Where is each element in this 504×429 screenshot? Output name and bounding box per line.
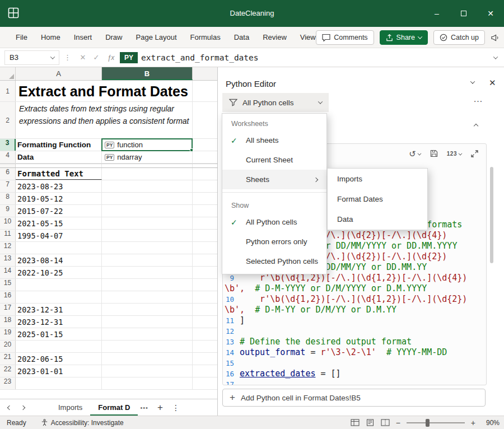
row-number[interactable]: 8: [0, 193, 16, 204]
ribbon-tab-home[interactable]: Home: [34, 27, 67, 48]
close-button[interactable]: ✕: [477, 0, 504, 27]
row-number[interactable]: 17: [0, 304, 16, 315]
row-number[interactable]: 15: [0, 279, 16, 291]
undo-button[interactable]: ↺: [409, 150, 421, 158]
code-row[interactable]: \b', # D-M-YYYY or D/M/YYYY or D.M.YYYY: [223, 283, 486, 294]
python-cells-filter-button[interactable]: All Python cells: [222, 93, 329, 112]
row-number[interactable]: 14: [0, 267, 16, 278]
cell-a6-header[interactable]: Formatted Text: [16, 168, 102, 180]
cell[interactable]: [102, 205, 193, 217]
cell[interactable]: [102, 328, 193, 340]
cell-b6[interactable]: [102, 168, 193, 180]
menu-item-sheets[interactable]: Sheets: [222, 170, 326, 189]
cell-value[interactable]: 2021-05-15: [16, 217, 102, 229]
row-number[interactable]: 23: [0, 377, 16, 389]
cell-value[interactable]: 2022-10-25: [16, 267, 102, 278]
cell[interactable]: [102, 217, 193, 229]
sheet-tab-format-dates[interactable]: Format D: [90, 399, 138, 416]
sheet-tab-imports[interactable]: Imports: [50, 399, 90, 416]
normal-view-icon[interactable]: [351, 419, 360, 426]
cell-c4[interactable]: [193, 151, 217, 163]
formula-input[interactable]: extract_and_format_dates: [141, 53, 259, 62]
cell[interactable]: [193, 230, 217, 241]
row-number[interactable]: 1: [0, 81, 16, 101]
panel-close-icon[interactable]: ✕: [489, 78, 496, 88]
cell[interactable]: [193, 377, 217, 389]
column-header-a[interactable]: A: [16, 67, 102, 80]
cell-b4[interactable]: PY ndarray: [102, 151, 193, 163]
row-number[interactable]: 18: [0, 316, 16, 328]
ribbon-tab-draw[interactable]: Draw: [99, 27, 129, 48]
sheet-options-icon[interactable]: ⋮: [172, 399, 180, 416]
code-row[interactable]: \b', # D-M-YY or D/M/YY or D.M.YY: [223, 305, 486, 315]
cell[interactable]: [102, 341, 193, 352]
cell-value[interactable]: [16, 291, 102, 303]
cell-value[interactable]: 2015-07-22: [16, 205, 102, 217]
select-all-corner[interactable]: [0, 67, 16, 80]
row-number[interactable]: 22: [0, 365, 16, 377]
cell[interactable]: [102, 291, 193, 303]
cell[interactable]: [193, 304, 217, 315]
zoom-in-button[interactable]: +: [471, 418, 475, 427]
cell-c6[interactable]: [193, 168, 217, 180]
code-row[interactable]: 12: [223, 326, 486, 337]
catch-up-button[interactable]: Catch up: [433, 30, 485, 45]
cell-c3[interactable]: [193, 139, 217, 151]
cell[interactable]: [193, 328, 217, 340]
row-number[interactable]: 7: [0, 180, 16, 192]
row-number[interactable]: 16: [0, 291, 16, 303]
zoom-slider-thumb[interactable]: [426, 419, 430, 427]
cell-value[interactable]: [16, 377, 102, 389]
code-row[interactable]: 14output_format = r'\3-\2-\1' # YYYY-MM-…: [223, 347, 486, 358]
cell-collapse-chevron-icon[interactable]: [474, 124, 478, 128]
name-box[interactable]: B3: [4, 50, 59, 65]
cell[interactable]: [102, 365, 193, 377]
next-sheet-icon[interactable]: [21, 405, 25, 409]
cell[interactable]: [193, 291, 217, 303]
zoom-slider[interactable]: [407, 422, 465, 423]
row-number[interactable]: 11: [0, 230, 16, 241]
menu-item-python-errors-only[interactable]: Python errors only: [222, 232, 326, 251]
cell-a3[interactable]: Formatting Function: [16, 139, 102, 151]
cell-c1[interactable]: [193, 81, 217, 101]
cell[interactable]: [102, 193, 193, 204]
share-button[interactable]: Share: [380, 30, 428, 45]
cell-value[interactable]: 2023-08-23: [16, 180, 102, 192]
cell-value[interactable]: 2023-12-31: [16, 304, 102, 315]
output-type-button[interactable]: 123: [447, 151, 462, 157]
panel-collapse-chevron-icon[interactable]: [470, 79, 475, 83]
code-row[interactable]: 15: [223, 358, 486, 369]
cell[interactable]: [102, 180, 193, 192]
save-button[interactable]: [430, 150, 438, 157]
cell[interactable]: [193, 365, 217, 377]
cell[interactable]: [193, 205, 217, 217]
cell[interactable]: [193, 180, 217, 192]
code-row[interactable]: 17: [223, 379, 486, 385]
page-layout-view-icon[interactable]: [366, 419, 375, 426]
maximize-button[interactable]: [450, 0, 477, 27]
page-break-view-icon[interactable]: [381, 419, 390, 426]
feedback-icon[interactable]: [491, 34, 500, 42]
minimize-button[interactable]: –: [423, 0, 450, 27]
column-header-b[interactable]: B: [102, 67, 193, 80]
cell[interactable]: [102, 242, 193, 254]
cell-value[interactable]: 2022-06-15: [16, 353, 102, 365]
row-number[interactable]: 4: [0, 151, 16, 163]
cell[interactable]: [193, 242, 217, 254]
cell-value[interactable]: [16, 242, 102, 254]
ribbon-tab-file[interactable]: File: [9, 27, 34, 48]
formula-bar-expand-icon[interactable]: [493, 54, 498, 59]
code-row[interactable]: 10 r'\b(\d{1,2})[-/\.](\d{1,2})[-/\.](\d…: [223, 294, 486, 305]
cell[interactable]: [193, 316, 217, 328]
row-number[interactable]: 19: [0, 328, 16, 340]
cell[interactable]: [102, 353, 193, 365]
column-header-partial[interactable]: [193, 67, 217, 80]
row-number[interactable]: 20: [0, 341, 16, 352]
submenu-item-data[interactable]: Data: [328, 209, 427, 229]
zoom-out-button[interactable]: −: [396, 418, 400, 427]
comments-button[interactable]: Comments: [316, 30, 374, 45]
menu-item-current-sheet[interactable]: Current Sheet: [222, 150, 326, 170]
submenu-item-format-dates[interactable]: Format Dates: [328, 189, 427, 209]
cell[interactable]: [193, 193, 217, 204]
cell[interactable]: [102, 230, 193, 241]
